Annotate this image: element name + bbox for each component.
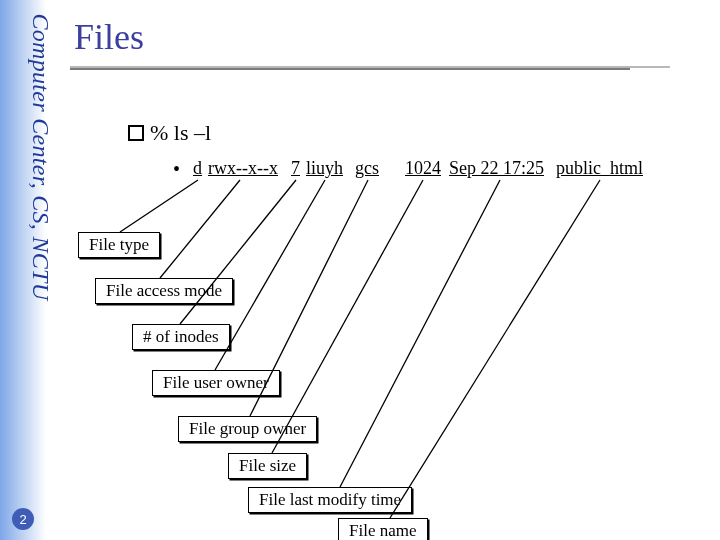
label-inodes: # of inodes [132, 324, 230, 350]
line-mtime [340, 180, 500, 487]
slide-number-badge: 2 [12, 508, 34, 530]
label-access-mode: File access mode [95, 278, 233, 304]
line-name [390, 180, 600, 518]
label-mtime: File last modify time [248, 487, 412, 513]
line-file-type [120, 180, 198, 232]
output-size: 1024 [405, 158, 441, 179]
sidebar-org-text: Computer Center, CS, NCTU [27, 14, 54, 334]
title-underline-inner [70, 68, 630, 70]
output-d: d [193, 158, 202, 179]
output-inodes: 7 [291, 158, 300, 179]
output-date: Sep 22 17:25 [449, 158, 544, 179]
label-size: File size [228, 453, 307, 479]
output-group: gcs [355, 158, 379, 179]
output-user: liuyh [306, 158, 343, 179]
line-access-mode [160, 180, 240, 278]
label-user-owner: File user owner [152, 370, 280, 396]
page-title: Files [74, 16, 144, 58]
square-bullet-icon [128, 125, 144, 141]
connector-lines [0, 0, 720, 540]
command-text: % ls –l [150, 120, 211, 146]
line-size [272, 180, 423, 453]
label-name: File name [338, 518, 428, 540]
output-name: public_html [556, 158, 643, 179]
dot-bullet-icon: • [173, 158, 180, 181]
line-user-owner [215, 180, 325, 370]
slide-number: 2 [19, 512, 26, 527]
label-group-owner: File group owner [178, 416, 317, 442]
output-perm: rwx--x--x [208, 158, 278, 179]
label-file-type: File type [78, 232, 160, 258]
